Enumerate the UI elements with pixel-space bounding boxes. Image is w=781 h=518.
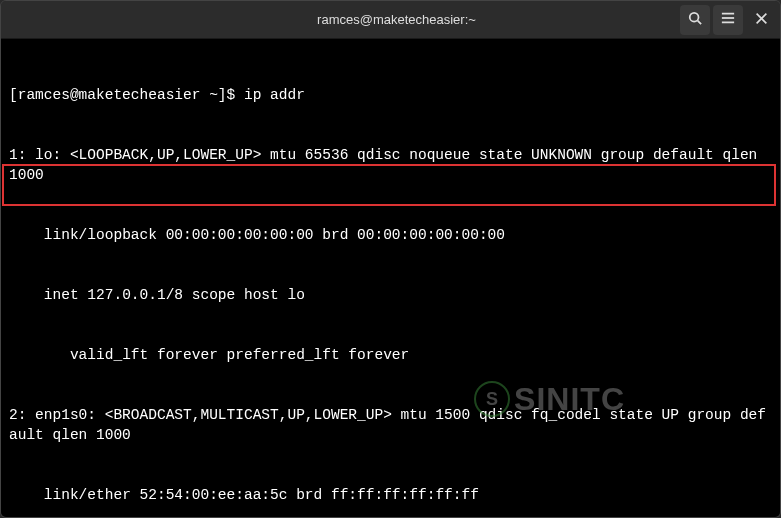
output-line: 1: lo: <LOOPBACK,UP,LOWER_UP> mtu 65536 … [9,145,772,185]
prompt-text: [ramces@maketecheasier ~]$ [9,87,244,103]
output-line: link/ether 52:54:00:ee:aa:5c brd ff:ff:f… [9,485,772,505]
titlebar-controls [680,5,776,35]
hamburger-icon [721,11,735,28]
menu-button[interactable] [713,5,743,35]
output-line-highlighted: 2: enp1s0: <BROADCAST,MULTICAST,UP,LOWER… [9,405,772,445]
window-titlebar: ramces@maketecheasier:~ [1,1,780,39]
svg-line-1 [698,21,702,25]
svg-rect-4 [722,22,734,24]
search-icon [688,11,702,28]
close-button[interactable] [746,5,776,35]
output-line: link/loopback 00:00:00:00:00:00 brd 00:0… [9,225,772,245]
command-text: ip addr [244,87,305,103]
window-title: ramces@maketecheasier:~ [113,12,680,27]
svg-rect-2 [722,13,734,15]
output-line: valid_lft forever preferred_lft forever [9,345,772,365]
close-icon [755,12,768,28]
search-button[interactable] [680,5,710,35]
terminal-prompt-line: [ramces@maketecheasier ~]$ ip addr [9,85,772,105]
output-line: inet 127.0.0.1/8 scope host lo [9,285,772,305]
terminal-area[interactable]: [ramces@maketecheasier ~]$ ip addr 1: lo… [1,39,780,517]
svg-point-0 [690,13,699,22]
svg-rect-3 [722,17,734,19]
